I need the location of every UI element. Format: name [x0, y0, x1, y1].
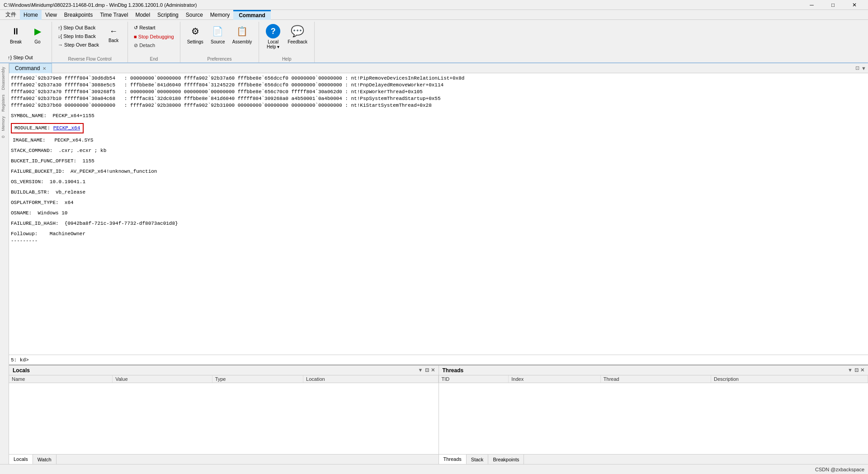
cmd-blank-11 — [11, 217, 866, 220]
command-tab-bar: Command ✕ ⊡ ▼ — [9, 63, 868, 73]
locals-col-location: Location — [303, 375, 438, 383]
threads-close-button[interactable]: ✕ — [860, 367, 864, 373]
feedback-button[interactable]: 💬 Feedback — [284, 22, 311, 52]
menu-command[interactable]: Command — [233, 10, 271, 20]
threads-tab-threads[interactable]: Threads — [439, 455, 467, 465]
left-sidebar: Disassembly Registers Memory 0 — [0, 63, 9, 464]
detach-button[interactable]: ⊘ Detach — [132, 41, 176, 50]
settings-label: Settings — [187, 39, 203, 44]
preferences-label: Preferences — [184, 56, 255, 62]
cmd-line-4: ffffa902`92b37b10 fffff804`30a04c68 : ff… — [11, 95, 866, 102]
command-input[interactable] — [29, 357, 866, 363]
feedback-label: Feedback — [288, 39, 307, 44]
assembly-icon: 📋 — [235, 24, 250, 38]
locals-dropdown-button[interactable]: ▼ — [418, 367, 423, 373]
stop-debugging-button[interactable]: ■ Stop Debugging — [132, 33, 176, 41]
ribbon-reverse-buttons: ↑} Step Out Back ↓{ Step Into Back → Ste… — [56, 22, 124, 56]
menu-file[interactable]: 文件 — [2, 10, 20, 20]
restart-button[interactable]: ↺ Restart — [132, 24, 176, 32]
go-button[interactable]: ▶ Go — [27, 22, 48, 52]
command-tab[interactable]: Command ✕ — [9, 63, 52, 73]
tab-float-button[interactable]: ⊡ — [855, 65, 859, 71]
cmd-bucket-offset: BUCKET_ID_FUNC_OFFSET: 1155 — [11, 158, 866, 165]
threads-tab-stack[interactable]: Stack — [467, 455, 489, 465]
settings-icon: ⚙ — [188, 24, 203, 38]
ribbon: ⏸ Break ▶ Go ↑} Step Out ↓{ Step Into → … — [0, 20, 868, 63]
threads-col-thread: Thread — [600, 375, 711, 383]
cmd-line-5: ffffa902`92b37b60 00000000`00000000 : ff… — [11, 102, 866, 109]
command-window[interactable]: ffffa902`92b379e0 fffff804`30d6db54 : 00… — [9, 73, 868, 355]
sidebar-0[interactable]: 0 — [0, 134, 9, 140]
locals-tab-locals[interactable]: Locals — [9, 455, 33, 465]
statusbar: CSDN @zxbackspace — [0, 464, 868, 474]
command-tab-label: Command — [15, 65, 40, 71]
cmd-os-version: OS_VERSION: 10.0.19041.1 — [11, 179, 866, 185]
menu-home[interactable]: Home — [20, 10, 42, 20]
cmd-image-name: IMAGE_NAME: PECKP_x64.SYS — [11, 137, 866, 144]
cmd-blank-6 — [11, 165, 866, 168]
maximize-button[interactable]: □ — [823, 0, 843, 10]
locals-float-button[interactable]: ⊡ — [425, 367, 429, 373]
cmd-blank-5 — [11, 154, 866, 158]
sidebar-disassembly[interactable]: Disassembly — [0, 65, 9, 92]
threads-panel-header: Threads ▼ ⊡ ✕ — [439, 365, 868, 375]
sidebar-memory[interactable]: Memory — [0, 114, 9, 133]
menu-model[interactable]: Model — [132, 10, 154, 20]
threads-title: Threads — [443, 367, 464, 374]
threads-tab-breakpoints[interactable]: Breakpoints — [488, 455, 524, 465]
threads-dropdown-button[interactable]: ▼ — [848, 367, 853, 373]
break-label: Break — [10, 39, 22, 44]
bottom-panels: Locals ▼ ⊡ ✕ Name Value Type — [9, 365, 868, 464]
step-out-back-button[interactable]: ↑} Step Out Back — [56, 24, 101, 32]
command-tab-close[interactable]: ✕ — [42, 66, 46, 71]
source-button[interactable]: 📄 Source — [208, 22, 228, 52]
cmd-blank-7 — [11, 175, 866, 179]
cmd-blank-8 — [11, 185, 866, 189]
step-into-back-button[interactable]: ↓{ Step Into Back — [56, 32, 101, 40]
source-icon: 📄 — [211, 24, 225, 38]
menu-memory[interactable]: Memory — [207, 10, 233, 20]
ribbon-small-reverse: ↑} Step Out Back ↓{ Step Into Back → Ste… — [56, 24, 101, 49]
cmd-stack-command: STACK_COMMAND: .cxr; .ecxr ; kb — [11, 147, 866, 154]
menu-breakpoints[interactable]: Breakpoints — [61, 10, 96, 20]
assembly-button[interactable]: 📋 Assembly — [229, 22, 255, 52]
back-label: Back — [108, 38, 118, 43]
locals-tab-watch[interactable]: Watch — [33, 455, 57, 465]
cmd-osname: OSNAME: Windows 10 — [11, 210, 866, 217]
local-help-label: LocalHelp ▾ — [267, 39, 279, 49]
reverse-flow-label: Reverse Flow Control — [56, 56, 124, 62]
menu-timetravel[interactable]: Time Travel — [96, 10, 132, 20]
module-name-link[interactable]: PECKP_x64 — [53, 125, 80, 131]
ribbon-group-help: ? LocalHelp ▾ 💬 Feedback Help — [259, 22, 315, 62]
cmd-blank-9 — [11, 196, 866, 199]
menu-source[interactable]: Source — [182, 10, 207, 20]
break-button[interactable]: ⏸ Break — [5, 22, 26, 52]
cmd-module-name: MODULE_NAME: PECKP_x64 — [11, 123, 866, 133]
threads-panel: Threads ▼ ⊡ ✕ TID Index Thread — [439, 365, 868, 464]
ribbon-group-reverse-flow: ↑} Step Out Back ↓{ Step Into Back → Ste… — [52, 22, 128, 62]
sidebar-registers[interactable]: Registers — [0, 93, 9, 114]
local-help-button[interactable]: ? LocalHelp ▾ — [263, 22, 283, 52]
threads-table: TID Index Thread Description — [439, 375, 868, 383]
locals-close-button[interactable]: ✕ — [431, 367, 435, 373]
input-prefix: 5: kd> — [11, 357, 29, 363]
source-label: Source — [211, 39, 225, 44]
cmd-blank-10 — [11, 206, 866, 210]
menu-view[interactable]: View — [42, 10, 61, 20]
locals-table: Name Value Type Location — [9, 375, 439, 383]
locals-col-name: Name — [9, 375, 113, 383]
tab-expand-button[interactable]: ▼ — [861, 66, 866, 71]
menu-scripting[interactable]: Scripting — [154, 10, 182, 20]
locals-content: Name Value Type Location — [9, 375, 439, 454]
step-out-button[interactable]: ↑} Step Out — [5, 53, 39, 62]
cmd-blank-1 — [11, 109, 866, 113]
cmd-failure-hash: FAILURE_ID_HASH: {0942ba8f-721c-394f-773… — [11, 220, 866, 227]
cmd-line-3: ffffa902`92b37a70 fffff804`309268f5 : 00… — [11, 89, 866, 95]
threads-float-button[interactable]: ⊡ — [854, 367, 859, 373]
settings-button[interactable]: ⚙ Settings — [184, 22, 207, 52]
minimize-button[interactable]: ─ — [802, 0, 822, 10]
locals-header-controls: ▼ ⊡ ✕ — [418, 367, 435, 373]
back-button[interactable]: ← Back — [103, 24, 124, 45]
step-over-back-button[interactable]: → Step Over Back — [56, 41, 101, 49]
close-button[interactable]: ✕ — [844, 0, 864, 10]
